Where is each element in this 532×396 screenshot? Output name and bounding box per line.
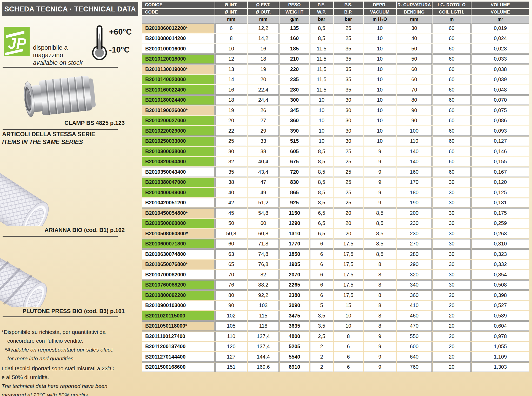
value-cell: 2 (310, 342, 333, 352)
value-cell: 30 (433, 249, 471, 259)
table-row: B2011200137400120137,45205269600201,055 (142, 342, 529, 352)
value-cell: 63 (215, 249, 247, 259)
value-cell: 35 (334, 75, 363, 85)
value-cell: 8 (364, 260, 396, 269)
value-cell: 0,093 (471, 126, 529, 136)
value-cell: 0,604 (471, 321, 529, 331)
value-cell: 160 (397, 167, 432, 177)
value-cell: 9 (364, 178, 396, 187)
value-cell: 169,6 (248, 362, 279, 372)
value-cell: 0,086 (471, 116, 529, 126)
code-cell: B2011270144400 (142, 352, 215, 362)
value-cell: 20 (334, 208, 363, 218)
value-cell: 8,5 (364, 239, 396, 249)
value-cell: 60 (433, 157, 471, 167)
value-cell: 9 (364, 332, 396, 341)
value-cell: 20 (334, 219, 363, 228)
value-cell: 6 (334, 352, 363, 362)
value-cell: 180 (397, 188, 432, 197)
value-cell: 92,2 (248, 290, 279, 300)
value-cell: 470 (397, 321, 432, 331)
value-cell: 1150 (280, 208, 309, 218)
value-cell: 210 (280, 54, 309, 64)
value-cell: 0,120 (471, 178, 529, 187)
stock-text-en: available on stock (33, 59, 91, 66)
value-cell: 160 (280, 34, 309, 43)
column-header-l2-9: VOLUME (471, 9, 529, 15)
value-cell: 22,4 (248, 85, 279, 95)
value-cell: 8 (215, 34, 247, 43)
note-request-it-line2: concordare con l'ufficio vendite. (2, 337, 138, 345)
value-cell: 6 (310, 270, 333, 280)
table-row: B2010120018000121821011,5351050600,033 (142, 54, 529, 64)
value-cell: 605 (280, 147, 309, 156)
value-cell: 8 (364, 270, 396, 280)
value-cell: 17,5 (334, 290, 363, 300)
note-measured-en-line1: The technical data here reported have be… (2, 382, 138, 390)
code-cell: B2010420051200 (142, 198, 215, 208)
code-cell: B2010700082000 (142, 270, 215, 280)
divider (3, 67, 118, 68)
value-cell: 45 (215, 208, 247, 218)
value-cell: 8 (364, 301, 396, 310)
value-cell: 3,5 (310, 311, 333, 321)
table-row: B2011270144400127144,45540269640201,109 (142, 352, 529, 362)
value-cell: 8,5 (364, 229, 396, 238)
value-cell: 30 (334, 116, 363, 126)
value-cell: 16 (248, 44, 279, 54)
value-cell: 0,978 (471, 332, 529, 341)
value-cell: 0,019 (471, 23, 529, 33)
value-cell: 6,5 (310, 219, 333, 228)
code-cell: B2011100127400 (142, 332, 215, 341)
value-cell: 25 (334, 188, 363, 197)
value-cell: 60 (433, 34, 471, 43)
value-cell: 0,131 (471, 198, 529, 208)
value-cell: 0,075 (471, 106, 529, 115)
column-header-l1-4: P.E. (310, 2, 333, 8)
note-request-en-line2: for more info and quantities. (2, 355, 138, 362)
value-cell: 35 (334, 54, 363, 64)
spec-table-head: CODICEØ INT.Ø EST.PESOP.E.P.S.DEPR.R. CU… (142, 2, 529, 23)
value-cell: 2380 (280, 290, 309, 300)
value-cell: 8,5 (310, 23, 333, 33)
value-cell: 26 (248, 106, 279, 115)
series-heading-en: ITEMS IN THE SAME SERIES (2, 139, 83, 146)
value-cell: 110 (215, 332, 247, 341)
column-header-l1-3: PESO (280, 2, 309, 8)
value-cell: 60,8 (248, 229, 279, 238)
thermometer-icon (91, 24, 108, 61)
value-cell: 20 (433, 301, 471, 310)
value-cell: 50 (397, 44, 432, 54)
table-row: B201038004700038478308,5259170300,120 (142, 178, 529, 187)
value-cell: 300 (280, 95, 309, 105)
value-cell: 0,125 (471, 188, 529, 197)
table-row: B2010060012200*612,21358,5251030600,019 (142, 23, 529, 33)
table-row: B2011050118000*10511836353,5108470200,60… (142, 321, 529, 331)
code-cell: B2010160022400 (142, 85, 215, 95)
value-cell: 14 (215, 75, 247, 85)
jp-logo-text: JP (8, 35, 26, 52)
value-cell: 270 (397, 239, 432, 249)
value-cell: 65 (215, 260, 247, 269)
divider (3, 316, 118, 317)
footnotes: *Disponibile su richiesta, per quantitat… (2, 328, 138, 396)
code-cell: B2010400049000 (142, 188, 215, 197)
value-cell: 120 (215, 342, 247, 352)
value-cell: 10 (364, 106, 396, 115)
value-cell: 0,038 (471, 64, 529, 74)
code-cell: B2010120018000 (142, 54, 215, 64)
table-row: B2010450054800*4554,811506,5208,5200300,… (142, 208, 529, 218)
value-cell: 1,109 (471, 352, 529, 362)
value-cell: 8,5 (364, 208, 396, 218)
value-cell: 20 (433, 332, 471, 341)
value-cell: 60 (397, 75, 432, 85)
table-row: B2010508060800*50,860,813106,5208,523030… (142, 229, 529, 238)
column-unit-1: mm (215, 16, 247, 23)
value-cell: 600 (397, 342, 432, 352)
column-header-l1-5: P.S. (334, 2, 363, 8)
value-cell: 10 (215, 44, 247, 54)
value-cell: 2,5 (310, 332, 333, 341)
value-cell: 0,024 (471, 34, 529, 43)
code-cell: B2010300038000 (142, 147, 215, 156)
value-cell: 0,070 (471, 95, 529, 105)
